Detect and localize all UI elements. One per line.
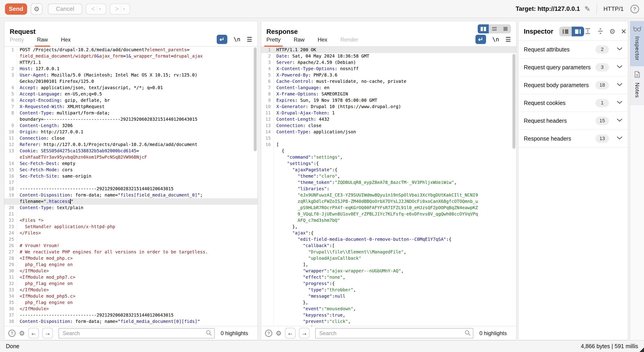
http-version-label[interactable]: HTTP/1: [603, 5, 624, 12]
code-row[interactable]: 4X-Content-Type-Options: nosniff: [261, 66, 516, 72]
resize-grip-icon[interactable]: [640, 348, 644, 352]
tab-hex[interactable]: Hex: [61, 36, 71, 46]
code-row[interactable]: "message":null: [261, 293, 516, 299]
code-row[interactable]: 6Accept-Encoding: gzip, deflate, br: [4, 97, 258, 104]
code-row[interactable]: 15Sec-Fetch-Mode: cors: [4, 167, 258, 173]
collapse-all-icon[interactable]: [597, 27, 604, 36]
code-row[interactable]: 3Server: Apache/2.4.59 (Debian): [261, 59, 516, 66]
sidebar-tab-notes[interactable]: Notes: [630, 66, 644, 105]
code-row[interactable]: 8X-Frame-Options: SAMEORIGIN: [261, 91, 516, 97]
search-settings-icon[interactable]: ⚙: [19, 330, 25, 337]
inspector-section-request-body-parameters[interactable]: Request body parameters18: [518, 76, 628, 94]
layout-rows-button[interactable]: [489, 24, 500, 33]
inspector-section-request-attributes[interactable]: Request attributes2: [518, 40, 628, 58]
inspector-dock-left-button[interactable]: [559, 27, 572, 36]
search-next-button[interactable]: →: [299, 328, 310, 339]
search-settings-icon[interactable]: ⚙: [276, 330, 282, 337]
code-row[interactable]: 27# We reactivate PHP engines for all ve…: [4, 249, 258, 255]
response-search-input[interactable]: [315, 328, 474, 339]
code-row[interactable]: AFQ_c7md3shm7bQ": [261, 217, 516, 224]
response-viewer[interactable]: 1HTTP/1.1 200 OK2Date: Sat, 04 May 2024 …: [261, 47, 516, 326]
code-row[interactable]: boundary=-----------------------------29…: [4, 116, 258, 123]
code-row[interactable]: 19Content-Disposition: form-data; name="…: [4, 192, 258, 198]
show-newlines-toggle[interactable]: \n: [234, 36, 240, 43]
code-row[interactable]: Gecko/20100101 Firefox/125.0: [4, 78, 258, 85]
code-row[interactable]: ],: [261, 262, 516, 268]
code-row[interactable]: "url": [261, 325, 516, 326]
tab-pretty[interactable]: Pretty: [266, 36, 281, 46]
code-row[interactable]: 13Cookie: SESS05d4275ca1538832b5ab92000b…: [4, 148, 258, 154]
code-row[interactable]: 10Origin: http://127.0.0.1: [4, 129, 258, 135]
code-row[interactable]: 14Content-Type: application/json: [261, 129, 516, 135]
code-row[interactable]: 11X-Drupal-Ajax-Token: 1: [261, 110, 516, 116]
code-row[interactable]: 3User-Agent: Mozilla/5.0 (Macintosh; Int…: [4, 72, 258, 78]
code-row[interactable]: filename=".htaccess": [4, 198, 258, 205]
code-row[interactable]: 4Accept: application/json, text/javascri…: [4, 85, 258, 91]
code-row[interactable]: 31<IfModule mod_php7.c>: [4, 274, 258, 280]
code-row[interactable]: 38Content-Disposition: form-data; name="…: [4, 318, 258, 325]
inspector-dock-right-button[interactable]: [572, 27, 584, 36]
show-newlines-toggle[interactable]: \n: [492, 36, 499, 43]
code-row[interactable]: 24</Files>: [4, 230, 258, 236]
code-row[interactable]: 8Content-Type: multipart/form-data;: [4, 110, 258, 116]
code-row[interactable]: 28<IfModule mod_php.c>: [4, 255, 258, 262]
word-wrap-toggle[interactable]: ↵: [217, 35, 227, 44]
code-row[interactable]: 2Host: 127.0.0.1: [4, 66, 258, 72]
code-row[interactable]: "keypress":true,: [261, 312, 516, 318]
code-row[interactable]: 12Content-Length: 4432: [261, 116, 516, 123]
code-row[interactable]: 6Cache-Control: must-revalidate, no-cach…: [261, 78, 516, 85]
code-row[interactable]: 5Accept-Language: en-US,en;q=0.5: [4, 91, 258, 97]
code-row[interactable]: 25: [4, 236, 258, 243]
layout-columns-button[interactable]: [478, 24, 489, 33]
code-row[interactable]: "progress":{: [261, 280, 516, 287]
request-editor[interactable]: 1POST /Projects/drupal-10.2.6/media/add/…: [4, 47, 258, 326]
code-row[interactable]: "callback":[: [261, 243, 516, 249]
code-row[interactable]: "prevent":"click",: [261, 318, 516, 325]
tab-hex[interactable]: Hex: [318, 36, 328, 46]
chevron-down-icon[interactable]: ▾: [99, 7, 101, 11]
code-row[interactable]: 9Expires: Sun, 19 Nov 1978 05:00:00 GMT: [261, 97, 516, 104]
code-row[interactable]: 37-----------------------------292129206…: [4, 312, 258, 318]
code-row[interactable]: eIsHfaaETVr3av95yvbqQhzn0kom1P5wPcNSqB2V…: [4, 154, 258, 161]
help-icon[interactable]: ?: [630, 5, 639, 13]
code-row[interactable]: 36</IfModule>: [4, 306, 258, 312]
code-row[interactable]: 9Content-Length: 3206: [4, 123, 258, 129]
code-row[interactable]: 30</IfModule>: [4, 268, 258, 274]
request-scrollbar[interactable]: [254, 47, 257, 151]
tab-pretty[interactable]: Pretty: [10, 36, 24, 46]
code-row[interactable]: 1POST /Projects/drupal-10.2.6/media/add/…: [4, 47, 258, 53]
code-row[interactable]: "theme":"claro",: [261, 173, 516, 179]
code-row[interactable]: 11Connection: close: [4, 135, 258, 142]
inspector-settings-icon[interactable]: ⚙: [610, 27, 616, 35]
code-row[interactable]: 34<IfModule mod_php5.c>: [4, 293, 258, 299]
search-prev-button[interactable]: ←: [28, 328, 39, 339]
word-wrap-toggle[interactable]: ↵: [476, 35, 486, 44]
code-row[interactable]: 26# Vroum! Vroum!: [4, 243, 258, 249]
code-row[interactable]: 2Date: Sat, 04 May 2024 18:36:58 GMT: [261, 53, 516, 59]
code-row[interactable]: "theme_token":"ZQDBULqR8_eypZ8eA78_8azcT…: [261, 179, 516, 186]
code-row[interactable]: 21: [4, 211, 258, 217]
code-row[interactable]: "command":"settings",: [261, 154, 516, 161]
tab-raw[interactable]: Raw: [37, 36, 48, 46]
send-button[interactable]: Send: [5, 3, 27, 15]
editor-menu-icon[interactable]: ☰: [506, 36, 511, 43]
tab-render[interactable]: Render: [340, 36, 358, 46]
code-row[interactable]: 17: [4, 179, 258, 186]
code-row[interactable]: "wrapper":"ajax-wrapper--nUGbUMnY-AQ",: [261, 268, 516, 274]
code-row[interactable]: 1HTTP/1.1 200 OK: [261, 47, 516, 53]
tab-raw[interactable]: Raw: [294, 36, 304, 46]
code-row[interactable]: 13Connection: close: [261, 123, 516, 129]
sidebar-tab-inspector[interactable]: Inspector: [630, 21, 644, 66]
inspector-section-request-cookies[interactable]: Request cookies1: [518, 94, 628, 112]
code-row[interactable]: 10X-Generator: Drupal 10 (https://www.dr…: [261, 104, 516, 110]
request-search-input[interactable]: [58, 328, 215, 339]
code-row[interactable]: 7Content-language: en: [261, 85, 516, 91]
code-row[interactable]: "uploadAjaxCallback": [261, 255, 516, 262]
send-settings-button[interactable]: ⚙: [31, 3, 42, 15]
inspector-close-icon[interactable]: ✕: [621, 27, 626, 35]
code-row[interactable]: "ajaxPageState":{: [261, 167, 516, 173]
code-row[interactable]: 12Referer: http://127.0.0.1/Projects/dru…: [4, 142, 258, 148]
code-row[interactable]: 7X-Requested-With: XMLHttpRequest: [4, 104, 258, 110]
code-row[interactable]: 32 php_flag engine on: [4, 280, 258, 287]
code-row[interactable]: zqRlkgDdlcFWZoISJP8-ZM40dBBQoOrbX7DYsLJ2…: [261, 198, 516, 205]
